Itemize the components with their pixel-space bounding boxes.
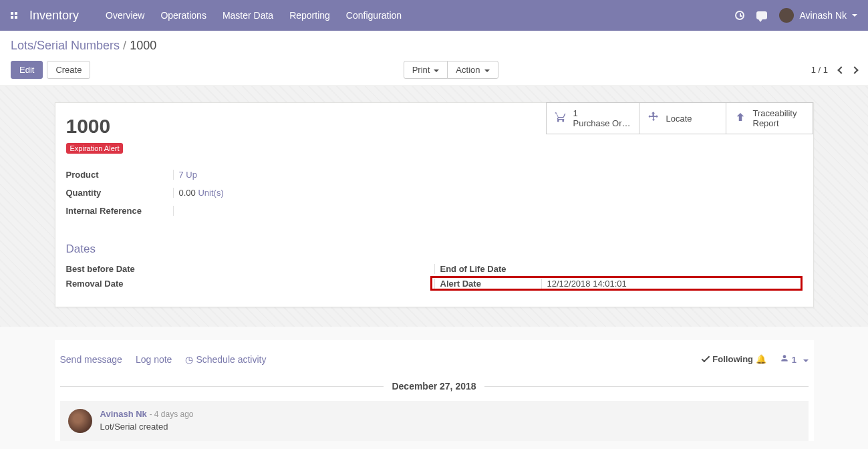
menu-master-data[interactable]: Master Data xyxy=(223,10,273,21)
clock-icon: ◷ xyxy=(185,354,193,365)
person-icon xyxy=(780,355,789,365)
followers-count: 1 xyxy=(792,355,797,365)
alert-date-highlight: Alert Date 12/12/2018 14:01:01 xyxy=(430,276,803,291)
dates-section-title: Dates xyxy=(55,227,813,261)
menu-overview[interactable]: Overview xyxy=(106,10,144,21)
user-name: Avinash Nk xyxy=(799,10,847,21)
alert-date-value: 12/12/2018 14:01:01 xyxy=(541,279,799,289)
locate-label: Locate xyxy=(666,114,692,124)
chatter: Send message Log note ◷Schedule activity… xyxy=(55,340,814,441)
caret-down-icon xyxy=(852,14,857,17)
uom-link[interactable]: Unit(s) xyxy=(198,188,223,198)
action-label: Action xyxy=(456,65,480,75)
send-message-button[interactable]: Send message xyxy=(60,354,122,365)
breadcrumb-sep: / xyxy=(123,39,126,52)
alert-date-label: Alert Date xyxy=(434,279,541,289)
internal-ref-label: Internal Reference xyxy=(66,206,173,216)
message-item: Avinash Nk - 4 days ago Lot/Serial creat… xyxy=(60,401,809,441)
edit-button[interactable]: Edit xyxy=(11,61,43,79)
date-sep-label: December 27, 2018 xyxy=(384,381,484,392)
apps-icon[interactable] xyxy=(11,12,17,19)
trace-line1: Traceability xyxy=(753,108,797,118)
breadcrumb-parent[interactable]: Lots/Serial Numbers xyxy=(11,39,120,52)
internal-ref-value xyxy=(173,206,179,216)
print-label: Print xyxy=(412,65,430,75)
message-date-separator: December 27, 2018 xyxy=(60,381,809,392)
eol-label: End of Life Date xyxy=(434,264,541,274)
caret-down-icon xyxy=(434,69,439,72)
action-dropdown[interactable]: Action xyxy=(447,61,498,79)
arrow-up-icon xyxy=(734,111,746,126)
activities-icon[interactable] xyxy=(735,11,744,20)
bell-icon: 🔔 xyxy=(756,354,766,364)
product-link[interactable]: 7 Up xyxy=(179,170,197,180)
log-note-button[interactable]: Log note xyxy=(136,354,172,365)
main-menu: Overview Operations Master Data Reportin… xyxy=(106,10,735,21)
quantity-value: 0.00 Unit(s) xyxy=(173,188,224,198)
product-label: Product xyxy=(66,170,173,180)
removal-date-label: Removal Date xyxy=(66,279,173,289)
traceability-button[interactable]: TraceabilityReport xyxy=(726,102,813,134)
move-icon xyxy=(647,111,660,126)
app-title[interactable]: Inventory xyxy=(29,9,79,23)
user-menu[interactable]: Avinash Nk xyxy=(779,8,857,23)
menu-reporting[interactable]: Reporting xyxy=(289,10,330,21)
following-label: Following xyxy=(712,354,753,364)
form-sheet: 1Purchase Or… Locate TraceabilityReport … xyxy=(55,102,814,307)
avatar-icon xyxy=(779,8,794,23)
nav-right: Avinash Nk xyxy=(735,8,857,23)
expiration-alert-badge: Expiration Alert xyxy=(66,143,124,154)
trace-line2: Report xyxy=(753,118,797,128)
avatar-icon xyxy=(68,409,92,433)
top-nav: Inventory Overview Operations Master Dat… xyxy=(0,0,868,31)
locate-button[interactable]: Locate xyxy=(639,102,726,134)
pager-next-icon[interactable] xyxy=(851,66,858,73)
followers-button[interactable]: 1 xyxy=(780,353,808,365)
print-dropdown[interactable]: Print xyxy=(404,61,448,79)
quantity-label: Quantity xyxy=(66,188,173,198)
create-button[interactable]: Create xyxy=(47,61,90,79)
discuss-icon[interactable] xyxy=(756,11,767,19)
menu-operations[interactable]: Operations xyxy=(160,10,206,21)
pager-prev-icon[interactable] xyxy=(837,66,845,73)
caret-down-icon xyxy=(484,69,490,72)
form-view: 1Purchase Or… Locate TraceabilityReport … xyxy=(0,86,868,327)
qty-number: 0.00 xyxy=(179,188,196,198)
schedule-label: Schedule activity xyxy=(196,354,266,365)
purchase-stat-button[interactable]: 1Purchase Or… xyxy=(546,102,639,134)
check-icon xyxy=(702,354,710,363)
following-button[interactable]: Following 🔔 xyxy=(702,354,766,364)
message-author[interactable]: Avinash Nk xyxy=(100,409,147,419)
caret-down-icon xyxy=(803,359,809,362)
pager-counter[interactable]: 1 / 1 xyxy=(811,65,828,75)
stat-button-box: 1Purchase Or… Locate TraceabilityReport xyxy=(546,102,813,134)
control-panel: Lots/Serial Numbers / 1000 Edit Create P… xyxy=(0,31,868,86)
message-timestamp: - 4 days ago xyxy=(149,410,193,419)
menu-configuration[interactable]: Configuration xyxy=(346,10,402,21)
schedule-activity-button[interactable]: ◷Schedule activity xyxy=(185,354,266,365)
purchase-count: 1 xyxy=(573,108,631,118)
breadcrumb: Lots/Serial Numbers / 1000 xyxy=(11,39,857,53)
breadcrumb-current: 1000 xyxy=(130,39,156,52)
message-content: Lot/Serial created xyxy=(100,422,194,432)
purchase-label: Purchase Or… xyxy=(573,118,631,128)
cart-icon xyxy=(555,111,567,126)
best-before-label: Best before Date xyxy=(66,264,173,274)
